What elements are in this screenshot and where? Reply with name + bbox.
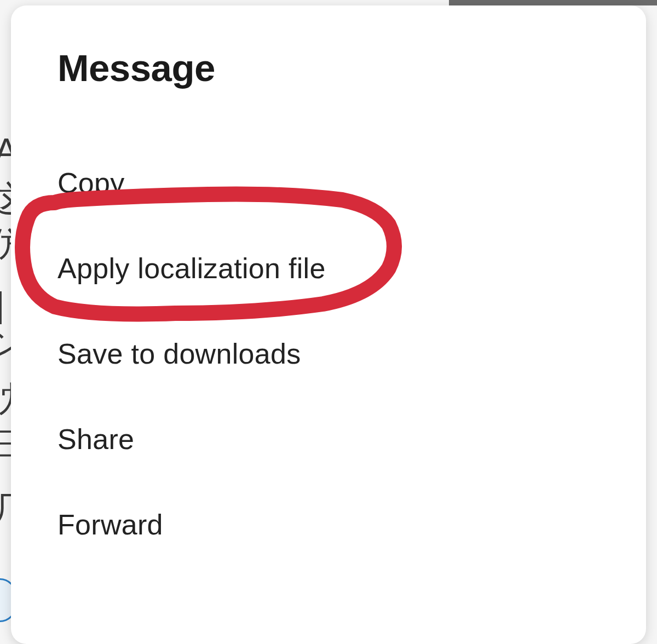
menu-item-label: Apply localization file bbox=[57, 252, 326, 284]
menu-items-list: Copy Apply localization file Save to dow… bbox=[57, 156, 600, 567]
bg-dark-strip bbox=[449, 0, 657, 5]
dialog-title: Message bbox=[57, 47, 600, 90]
menu-item-forward[interactable]: Forward bbox=[57, 482, 600, 567]
menu-item-save-downloads[interactable]: Save to downloads bbox=[57, 311, 600, 396]
menu-item-label: Save to downloads bbox=[57, 338, 301, 370]
menu-item-label: Share bbox=[57, 423, 134, 455]
message-dialog: Message Copy Apply localization file Sav… bbox=[11, 5, 646, 644]
menu-item-share[interactable]: Share bbox=[57, 396, 600, 482]
menu-item-label: Copy bbox=[57, 167, 125, 199]
menu-item-label: Forward bbox=[57, 509, 163, 540]
menu-item-copy[interactable]: Copy bbox=[57, 156, 600, 226]
menu-item-apply-localization[interactable]: Apply localization file bbox=[57, 226, 600, 311]
